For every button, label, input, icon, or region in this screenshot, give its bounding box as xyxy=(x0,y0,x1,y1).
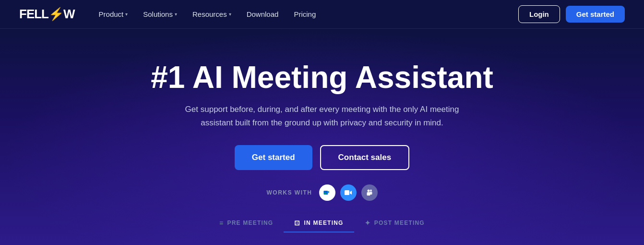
works-with: WORKS WITH xyxy=(267,184,378,201)
hero-buttons: Get started Contact sales xyxy=(235,145,409,170)
chevron-down-icon: ▾ xyxy=(125,12,128,17)
nav-item-pricing[interactable]: Pricing xyxy=(287,6,322,22)
nav-label-resources: Resources xyxy=(192,10,227,18)
pre-meeting-icon: ≡ xyxy=(219,219,224,227)
nav-item-product[interactable]: Product ▾ xyxy=(92,6,135,22)
nav-label-pricing: Pricing xyxy=(294,10,316,18)
nav-label-product: Product xyxy=(99,10,124,18)
svg-point-6 xyxy=(367,190,370,192)
tab-post-meeting-label: POST MEETING xyxy=(374,220,425,226)
post-meeting-icon: ✦ xyxy=(365,219,371,227)
nav-item-solutions[interactable]: Solutions ▾ xyxy=(136,6,184,22)
svg-rect-7 xyxy=(367,192,370,196)
nav-label-solutions: Solutions xyxy=(143,10,173,18)
navbar-left: FELL⚡W Product ▾ Solutions ▾ Resources ▾… xyxy=(19,6,322,22)
google-meet-icon xyxy=(319,184,335,201)
tab-in-meeting[interactable]: ⊡ IN MEETING xyxy=(284,214,354,233)
tab-in-meeting-label: IN MEETING xyxy=(304,220,344,226)
nav-item-resources[interactable]: Resources ▾ xyxy=(186,6,238,22)
logo[interactable]: FELL⚡W xyxy=(19,7,75,22)
chevron-down-icon: ▾ xyxy=(175,12,177,17)
nav-item-download[interactable]: Download xyxy=(240,6,286,22)
chevron-down-icon: ▾ xyxy=(229,12,231,17)
meeting-tabs: ≡ PRE MEETING ⊡ IN MEETING ✦ POST MEETIN… xyxy=(209,214,435,233)
works-with-label: WORKS WITH xyxy=(267,189,312,196)
get-started-nav-button[interactable]: Get started xyxy=(566,6,625,23)
login-button[interactable]: Login xyxy=(518,5,560,23)
microsoft-teams-icon xyxy=(361,184,378,201)
hero-subtitle: Get support before, during, and after ev… xyxy=(168,103,476,130)
navbar: FELL⚡W Product ▾ Solutions ▾ Resources ▾… xyxy=(0,0,644,29)
logo-slash: ⚡ xyxy=(48,7,63,21)
hero-section: #1 AI Meeting Assistant Get support befo… xyxy=(0,29,644,245)
tab-pre-meeting-label: PRE MEETING xyxy=(227,220,273,226)
zoom-icon xyxy=(340,184,357,201)
hero-title: #1 AI Meeting Assistant xyxy=(151,61,493,94)
nav-links: Product ▾ Solutions ▾ Resources ▾ Downlo… xyxy=(92,6,323,22)
tab-post-meeting[interactable]: ✦ POST MEETING xyxy=(354,214,435,233)
tab-pre-meeting[interactable]: ≡ PRE MEETING xyxy=(209,214,284,233)
hero-get-started-button[interactable]: Get started xyxy=(235,145,312,170)
navbar-right: Login Get started xyxy=(518,5,625,23)
nav-label-download: Download xyxy=(247,10,279,18)
hero-contact-sales-button[interactable]: Contact sales xyxy=(320,145,410,170)
works-with-icons xyxy=(319,184,378,201)
in-meeting-icon: ⊡ xyxy=(294,219,300,227)
svg-point-4 xyxy=(370,190,372,192)
